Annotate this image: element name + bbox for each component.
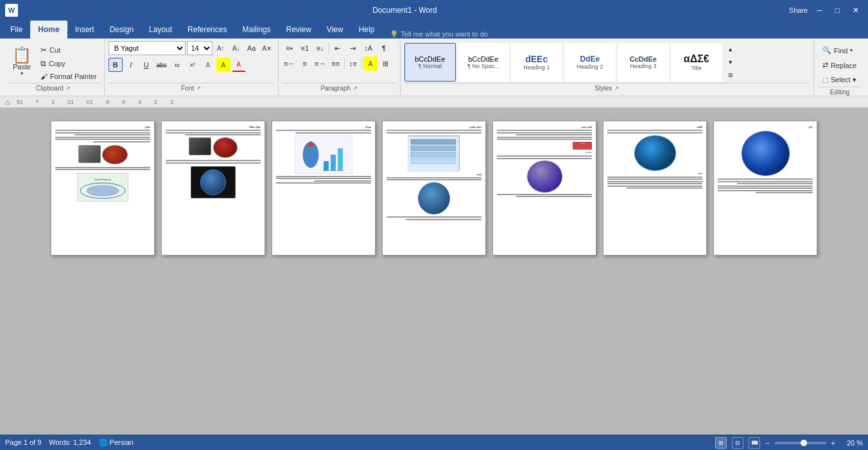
font-expand[interactable]: ↗ — [196, 85, 201, 91]
multilevel-button[interactable]: ≡↓ — [313, 41, 327, 55]
p7-line1 — [718, 178, 813, 180]
find-dropdown-icon[interactable]: ▾ — [850, 48, 853, 53]
font-size-select[interactable]: 14 — [187, 41, 213, 55]
change-case-button[interactable]: Aa — [245, 41, 259, 55]
borders-button[interactable]: ⊞ — [379, 56, 393, 71]
paste-dropdown[interactable]: ▾ — [21, 71, 23, 76]
line-spacing-button[interactable]: ↕≡ — [346, 56, 360, 71]
zoom-in-button[interactable]: + — [831, 439, 835, 447]
subscript-button[interactable]: x₂ — [170, 58, 184, 72]
align-center-button[interactable]: ≡ — [298, 56, 312, 71]
maximize-button[interactable]: □ — [831, 4, 844, 16]
bullets-button[interactable]: ≡• — [282, 41, 297, 55]
clear-formatting-button[interactable]: A✕ — [260, 41, 274, 55]
page-4[interactable]: بخش چهارم نتیجه — [382, 121, 486, 255]
tab-references[interactable]: References — [180, 21, 234, 39]
styles-scroll-down[interactable]: ▼ — [725, 56, 736, 68]
tab-insert[interactable]: Insert — [67, 21, 102, 39]
page-5[interactable]: فصل پنجم نپتون مقدمه — [492, 121, 596, 255]
decrease-font-button[interactable]: A↓ — [229, 41, 243, 55]
ruler-expand[interactable]: △ — [5, 98, 10, 105]
clipboard-expand[interactable]: ↗ — [66, 85, 71, 91]
clipboard-content: 📋 Paste ▾ ✂ Cut ⧉ Copy 🖌 Format Painter — [6, 41, 100, 83]
increase-indent-button[interactable]: ⇥ — [346, 41, 360, 55]
zoom-slider[interactable] — [775, 442, 826, 444]
font-color-button[interactable]: A — [232, 58, 246, 72]
cut-button[interactable]: ✂ Cut — [37, 44, 100, 56]
style-heading1[interactable]: dEEc Heading 1 — [511, 43, 562, 82]
numbering-button[interactable]: ≡1 — [298, 41, 312, 55]
status-right: ⊞ ⊟ 📖 − + 20 % — [715, 437, 863, 449]
zoom-out-button[interactable]: − — [765, 439, 769, 447]
p1-rover-image — [78, 145, 101, 163]
superscript-button[interactable]: x² — [186, 58, 200, 72]
styles-scroll-up[interactable]: ▲ — [725, 44, 736, 55]
paragraph-expand[interactable]: ↗ — [353, 85, 358, 91]
style-heading1-preview: dEEc — [525, 54, 548, 64]
find-button[interactable]: 🔍 Find ▾ — [818, 44, 862, 57]
decrease-indent-button[interactable]: ⇤ — [331, 41, 345, 55]
tab-layout[interactable]: Layout — [141, 21, 180, 39]
strikethrough-button[interactable]: abc — [155, 58, 169, 72]
replace-button[interactable]: ⇄ Replace — [818, 58, 862, 72]
tab-file[interactable]: File — [3, 21, 30, 39]
tab-review[interactable]: Review — [278, 21, 318, 39]
align-right-button[interactable]: ≡→ — [313, 56, 327, 71]
page-7[interactable]: زحل — [713, 121, 817, 255]
language-indicator: 🌐 Persian — [99, 438, 134, 447]
page-3[interactable]: نمودار — [272, 121, 376, 255]
page-1[interactable]: عنوان Earth Regions — [51, 121, 155, 255]
style-title[interactable]: αΔΣ€ Title — [671, 43, 722, 82]
align-left-button[interactable]: ≡← — [282, 56, 297, 71]
style-heading3-preview: CcDdEe — [630, 55, 657, 63]
style-heading3[interactable]: CcDdEe Heading 3 — [618, 43, 669, 82]
styles-group: bCcDdEe ¶ Normal bCcDdEe ¶ No Spac... dE… — [401, 40, 814, 94]
web-layout-view[interactable]: ⊟ — [732, 437, 743, 449]
increase-font-button[interactable]: A↑ — [214, 41, 228, 55]
p1-line8 — [55, 169, 150, 170]
p7-neptune-large — [742, 131, 790, 176]
font-row2: B I U abc x₂ x² A A A — [108, 58, 274, 72]
p4-line5 — [386, 216, 482, 218]
copy-button[interactable]: ⧉ Copy — [37, 57, 100, 70]
sort-button[interactable]: ↕A — [361, 41, 376, 55]
print-layout-view[interactable]: ⊞ — [715, 437, 727, 449]
styles-expand[interactable]: ↗ — [614, 85, 619, 91]
show-marks-button[interactable]: ¶ — [377, 41, 391, 55]
p2-images — [166, 137, 261, 158]
svg-point-3 — [87, 186, 119, 196]
minimize-button[interactable]: ─ — [813, 4, 826, 16]
tab-mailings[interactable]: Mailings — [234, 21, 278, 39]
page-6[interactable]: خلاصه نتایج — [603, 121, 707, 255]
styles-more[interactable]: ⊞ — [725, 69, 736, 81]
tab-home[interactable]: Home — [30, 21, 67, 39]
tab-view[interactable]: View — [319, 21, 351, 39]
tell-me-bar[interactable]: 💡 Tell me what you want to do — [382, 30, 865, 39]
p4-subtitle: نتیجه — [386, 173, 482, 176]
paste-button[interactable]: 📋 Paste ▾ — [6, 41, 37, 83]
share-button[interactable]: Share — [789, 6, 808, 14]
styles-scroll: ▲ ▼ ⊞ — [725, 44, 736, 81]
p3-title: نمودار — [276, 125, 371, 128]
style-no-spacing[interactable]: bCcDdEe ¶ No Spac... — [458, 43, 509, 82]
page-2[interactable]: عنوان مقاله — [161, 121, 265, 255]
text-effect-button[interactable]: A — [201, 58, 215, 72]
style-heading2[interactable]: DdEe Heading 2 — [564, 43, 616, 82]
format-painter-button[interactable]: 🖌 Format Painter — [37, 71, 100, 82]
read-mode-view[interactable]: 📖 — [749, 437, 760, 449]
tab-design[interactable]: Design — [102, 21, 141, 39]
underline-button[interactable]: U — [139, 58, 153, 72]
justify-button[interactable]: ≡≡ — [329, 56, 343, 71]
style-normal[interactable]: bCcDdEe ¶ Normal — [404, 43, 456, 82]
highlight-button[interactable]: A — [216, 58, 230, 72]
tab-help[interactable]: Help — [351, 21, 383, 39]
shading-button[interactable]: A — [363, 56, 378, 71]
select-button[interactable]: ⬚ Select ▾ — [818, 73, 862, 87]
close-button[interactable]: ✕ — [849, 4, 863, 16]
p1-mars-image — [102, 145, 128, 164]
bold-button[interactable]: B — [108, 58, 123, 72]
font-family-select[interactable]: B Yagut — [108, 41, 186, 55]
zoom-level[interactable]: 20 % — [840, 439, 863, 447]
italic-button[interactable]: I — [124, 58, 138, 72]
page-3-content: نمودار — [272, 121, 375, 189]
